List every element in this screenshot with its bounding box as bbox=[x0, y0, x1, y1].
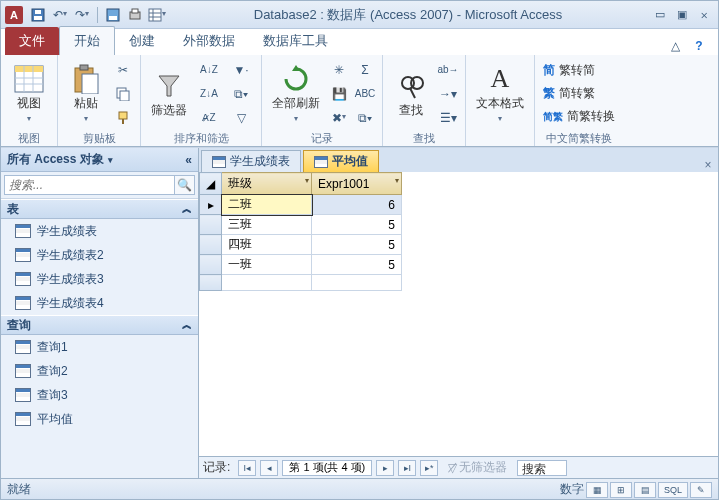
nav-item-query[interactable]: 查询1 bbox=[1, 335, 198, 359]
next-record-button[interactable]: ▸ bbox=[376, 460, 394, 476]
cell[interactable]: 二班 bbox=[222, 195, 312, 215]
cell[interactable]: 6 bbox=[312, 195, 402, 215]
select-icon[interactable]: ☰▾ bbox=[437, 107, 459, 129]
cell[interactable]: 一班 bbox=[222, 255, 312, 275]
nav-item-query[interactable]: 查询2 bbox=[1, 359, 198, 383]
cell[interactable]: 5 bbox=[312, 255, 402, 275]
nav-pane-header[interactable]: 所有 Access 对象▾ « bbox=[1, 148, 198, 172]
prev-record-button[interactable]: ◂ bbox=[260, 460, 278, 476]
sort-asc-icon[interactable]: A↓Z bbox=[195, 59, 223, 81]
cell[interactable] bbox=[222, 275, 312, 291]
close-doc-icon[interactable]: × bbox=[698, 158, 718, 172]
row-selector[interactable] bbox=[200, 275, 222, 291]
simp-to-trad-button[interactable]: 繁简转繁 bbox=[541, 84, 617, 103]
view-design-button[interactable]: ✎ bbox=[690, 482, 712, 498]
view-sql-button[interactable]: SQL bbox=[658, 482, 688, 498]
redo-icon[interactable]: ↷▾ bbox=[73, 6, 91, 24]
cell[interactable]: 5 bbox=[312, 235, 402, 255]
new-record-nav-button[interactable]: ▸* bbox=[420, 460, 438, 476]
goto-icon[interactable]: →▾ bbox=[437, 83, 459, 105]
new-record-icon[interactable]: ✳ bbox=[328, 59, 350, 81]
more-records-icon[interactable]: ⧉▾ bbox=[354, 107, 376, 129]
minimize-button[interactable]: ▭ bbox=[650, 7, 670, 23]
row-selector[interactable] bbox=[200, 235, 222, 255]
nav-item-query[interactable]: 平均值 bbox=[1, 407, 198, 431]
datasheet-icon[interactable]: ▾ bbox=[148, 6, 166, 24]
cell[interactable]: 三班 bbox=[222, 215, 312, 235]
text-format-button[interactable]: A 文本格式▾ bbox=[472, 61, 528, 125]
print-preview-icon[interactable] bbox=[126, 6, 144, 24]
tab-database-tools[interactable]: 数据库工具 bbox=[249, 27, 342, 55]
nav-section-queries[interactable]: 查询︽ bbox=[1, 315, 198, 335]
row-selector[interactable]: ▸ bbox=[200, 195, 222, 215]
tab-external-data[interactable]: 外部数据 bbox=[169, 27, 249, 55]
column-header[interactable]: Expr1001▾ bbox=[312, 173, 402, 195]
copy-icon[interactable] bbox=[112, 83, 134, 105]
nav-search-input[interactable] bbox=[4, 175, 175, 195]
status-numlock: 数字 bbox=[560, 481, 584, 498]
table-row[interactable]: ▸二班6 bbox=[200, 195, 402, 215]
column-dropdown-icon[interactable]: ▾ bbox=[395, 176, 399, 185]
toggle-filter-icon[interactable]: ▽ bbox=[227, 107, 255, 129]
column-header[interactable]: 班级▾ bbox=[222, 173, 312, 195]
cell[interactable] bbox=[312, 275, 402, 291]
selection-filter-icon[interactable]: ▼· bbox=[227, 59, 255, 81]
select-all-cell[interactable]: ◢ bbox=[200, 173, 222, 195]
maximize-button[interactable]: ▣ bbox=[672, 7, 692, 23]
minimize-ribbon-icon[interactable]: △ bbox=[666, 37, 684, 55]
nav-item-table[interactable]: 学生成绩表3 bbox=[1, 267, 198, 291]
nav-section-tables[interactable]: 表︽ bbox=[1, 199, 198, 219]
tab-home[interactable]: 开始 bbox=[59, 26, 115, 55]
table-row[interactable]: 三班5 bbox=[200, 215, 402, 235]
cut-icon[interactable]: ✂ bbox=[112, 59, 134, 81]
tab-create[interactable]: 创建 bbox=[115, 27, 169, 55]
search-icon[interactable]: 🔍 bbox=[175, 175, 195, 195]
nav-item-table[interactable]: 学生成绩表 bbox=[1, 219, 198, 243]
cell[interactable]: 5 bbox=[312, 215, 402, 235]
advanced-filter-icon[interactable]: ⧉▾ bbox=[227, 83, 255, 105]
format-painter-icon[interactable] bbox=[112, 107, 134, 129]
table-row[interactable]: 一班5 bbox=[200, 255, 402, 275]
tab-file[interactable]: 文件 bbox=[5, 27, 59, 55]
totals-icon[interactable]: Σ bbox=[354, 59, 376, 81]
doc-tab-query-active[interactable]: 平均值 bbox=[303, 150, 379, 172]
save-icon[interactable] bbox=[29, 6, 47, 24]
first-record-button[interactable]: I◂ bbox=[238, 460, 256, 476]
cell[interactable]: 四班 bbox=[222, 235, 312, 255]
clear-sort-icon[interactable]: A̷Z bbox=[195, 107, 223, 129]
refresh-all-button[interactable]: 全部刷新▾ bbox=[268, 61, 324, 125]
help-icon[interactable]: ? bbox=[690, 37, 708, 55]
nav-item-table[interactable]: 学生成绩表4 bbox=[1, 291, 198, 315]
row-selector[interactable] bbox=[200, 255, 222, 275]
spelling-icon[interactable]: ABC bbox=[354, 83, 376, 105]
record-position-input[interactable] bbox=[282, 460, 372, 476]
doc-tab-table[interactable]: 学生成绩表 bbox=[201, 150, 301, 172]
view-datasheet-button[interactable]: ▦ bbox=[586, 482, 608, 498]
sort-desc-icon[interactable]: Z↓A bbox=[195, 83, 223, 105]
view-pivot-button[interactable]: ⊞ bbox=[610, 482, 632, 498]
datasheet[interactable]: ◢ 班级▾ Expr1001▾ ▸二班6 三班5 四班5 一班5 bbox=[199, 172, 718, 456]
paste-button[interactable]: 粘贴▾ bbox=[64, 61, 108, 125]
trad-to-simp-button[interactable]: 简繁转简 bbox=[541, 61, 617, 80]
undo-icon[interactable]: ↶▾ bbox=[51, 6, 69, 24]
table-row-new[interactable] bbox=[200, 275, 402, 291]
filter-button[interactable]: 筛选器 bbox=[147, 68, 191, 119]
delete-record-icon[interactable]: ✖▾ bbox=[328, 107, 350, 129]
view-button[interactable]: 视图▾ bbox=[7, 61, 51, 125]
text-format-label: 文本格式 bbox=[476, 96, 524, 110]
row-selector[interactable] bbox=[200, 215, 222, 235]
record-search-input[interactable]: 搜索 bbox=[517, 460, 567, 476]
last-record-button[interactable]: ▸I bbox=[398, 460, 416, 476]
find-button[interactable]: 查找 bbox=[389, 68, 433, 119]
save-record-icon[interactable]: 💾 bbox=[328, 83, 350, 105]
view-chart-button[interactable]: ▤ bbox=[634, 482, 656, 498]
collapse-nav-icon[interactable]: « bbox=[185, 153, 192, 167]
table-row[interactable]: 四班5 bbox=[200, 235, 402, 255]
save-as-icon[interactable] bbox=[104, 6, 122, 24]
nav-item-table[interactable]: 学生成绩表2 bbox=[1, 243, 198, 267]
close-button[interactable]: ⨉ bbox=[694, 7, 714, 23]
column-dropdown-icon[interactable]: ▾ bbox=[305, 176, 309, 185]
simp-trad-convert-button[interactable]: 简繁简繁转换 bbox=[541, 107, 617, 126]
nav-item-query[interactable]: 查询3 bbox=[1, 383, 198, 407]
replace-icon[interactable]: ab→ bbox=[437, 59, 459, 81]
